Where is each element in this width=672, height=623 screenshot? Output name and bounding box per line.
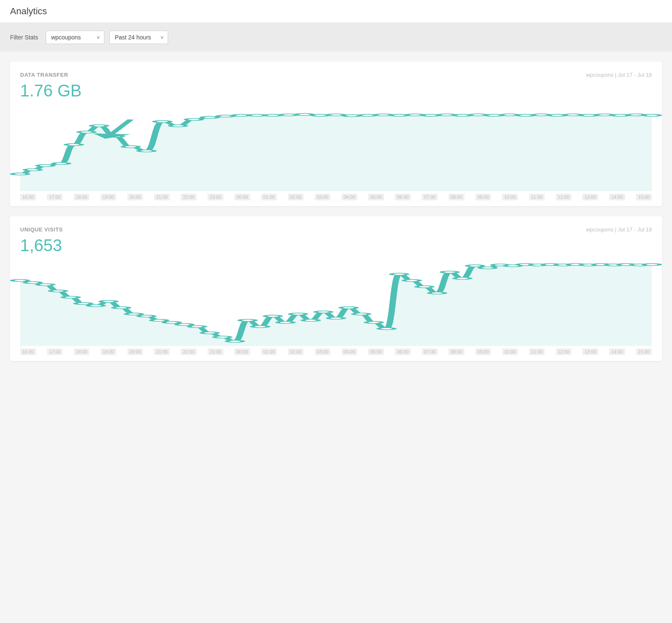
svg-point-15 (218, 115, 234, 117)
svg-point-35 (533, 114, 549, 116)
svg-point-55 (151, 319, 167, 322)
chart-xaxis-label: 12:00 (556, 194, 572, 200)
svg-point-49 (75, 303, 91, 305)
svg-point-60 (214, 336, 230, 338)
svg-point-63 (252, 326, 268, 328)
svg-point-4 (53, 163, 69, 165)
chart-xaxis-label: 00:00 (234, 348, 250, 355)
svg-point-57 (176, 324, 192, 326)
svg-point-94 (644, 264, 660, 266)
chart-xaxis-label: 10:00 (502, 348, 518, 355)
chart-xaxis-data-transfer: 16:0017:0018:0019:0020:0021:0022:0023:00… (20, 191, 652, 206)
chart-xaxis-label: 21:00 (154, 194, 170, 200)
svg-point-19 (281, 114, 297, 116)
chart-svg-unique-visits (20, 262, 652, 345)
svg-point-66 (290, 313, 306, 315)
chart-xaxis-label: 05:00 (368, 348, 384, 355)
svg-point-40 (612, 114, 628, 117)
svg-point-46 (37, 284, 53, 286)
svg-point-6 (78, 131, 94, 133)
svg-point-80 (467, 265, 483, 267)
svg-point-5 (66, 144, 82, 146)
svg-point-78 (442, 271, 458, 273)
svg-point-47 (50, 290, 66, 292)
chart-xaxis-label: 11:00 (529, 348, 545, 355)
chart-xaxis-label: 14:00 (609, 194, 625, 200)
chart-xaxis-label: 03:00 (315, 348, 331, 355)
svg-point-14 (202, 117, 218, 119)
chart-xaxis-label: 13:00 (582, 348, 598, 355)
svg-point-22 (328, 114, 344, 116)
chart-xaxis-label: 05:00 (368, 194, 384, 200)
chart-xaxis-label: 18:00 (74, 348, 90, 355)
svg-point-38 (581, 114, 597, 117)
chart-xaxis-label: 21:00 (154, 348, 170, 355)
svg-point-65 (278, 322, 293, 324)
chart-xaxis-label: 23:00 (208, 194, 223, 200)
chart-xaxis-label: 06:00 (395, 194, 411, 200)
chart-xaxis-label: 06:00 (395, 348, 411, 355)
site-select[interactable]: wpcoupons (46, 31, 104, 44)
chart-header-data-transfer: DATA TRANSFERwpcoupons | Jul 17 - Jul 18 (20, 72, 652, 78)
svg-point-76 (417, 286, 433, 288)
chart-area-data-transfer (20, 107, 652, 191)
chart-xaxis-label: 15:00 (636, 348, 652, 355)
svg-point-9 (123, 146, 139, 148)
svg-point-3 (37, 165, 53, 167)
chart-xaxis-label: 17:00 (47, 194, 63, 200)
filter-label: Filter Stats (10, 34, 38, 41)
chart-xaxis-label: 07:00 (422, 194, 438, 200)
svg-point-25 (376, 114, 392, 116)
chart-xaxis-label: 16:00 (20, 348, 36, 355)
chart-xaxis-label: 15:00 (636, 194, 652, 200)
svg-point-56 (164, 322, 180, 324)
chart-xaxis-label: 13:00 (582, 194, 598, 200)
svg-point-29 (438, 114, 454, 116)
chart-xaxis-label: 22:00 (181, 348, 197, 355)
svg-point-7 (91, 125, 107, 127)
period-select-wrapper: Past 24 hours Past 7 days Past 30 days (109, 31, 168, 44)
chart-xaxis-label: 20:00 (127, 348, 143, 355)
chart-svg-data-transfer (20, 107, 652, 191)
svg-point-59 (202, 332, 218, 334)
chart-xaxis-label: 16:00 (20, 194, 36, 200)
svg-point-21 (312, 114, 328, 117)
svg-point-79 (454, 278, 470, 280)
page-title: Analytics (10, 6, 662, 17)
chart-xaxis-label: 04:00 (342, 194, 358, 200)
chart-xaxis-label: 02:00 (288, 194, 304, 200)
chart-xaxis-label: 11:00 (529, 194, 545, 200)
chart-xaxis-label: 08:00 (449, 194, 464, 200)
svg-point-24 (360, 114, 376, 117)
chart-xaxis-label: 02:00 (288, 348, 304, 355)
chart-xaxis-label: 07:00 (422, 348, 438, 355)
svg-point-36 (549, 114, 565, 117)
period-select[interactable]: Past 24 hours Past 7 days Past 30 days (109, 31, 168, 44)
svg-point-58 (189, 326, 205, 328)
chart-xaxis-label: 22:00 (181, 194, 197, 200)
chart-xaxis-label: 08:00 (449, 348, 464, 355)
svg-point-68 (316, 311, 332, 313)
svg-point-73 (379, 328, 394, 330)
svg-point-23 (344, 115, 360, 117)
svg-point-69 (328, 317, 344, 319)
svg-point-50 (88, 305, 104, 307)
chart-xaxis-label: 19:00 (101, 194, 117, 200)
svg-point-12 (170, 125, 186, 127)
svg-line-43 (109, 119, 131, 136)
svg-point-30 (454, 114, 470, 117)
filter-bar: Filter Stats wpcoupons Past 24 hours Pas… (0, 23, 672, 52)
svg-point-42 (644, 114, 660, 117)
svg-point-28 (423, 114, 439, 117)
svg-point-13 (186, 119, 202, 121)
chart-header-unique-visits: UNIQUE VISITSwpcoupons | Jul 17 - Jul 18 (20, 226, 652, 233)
main-content: DATA TRANSFERwpcoupons | Jul 17 - Jul 18… (0, 52, 672, 381)
chart-xaxis-label: 14:00 (609, 348, 625, 355)
svg-point-53 (126, 313, 142, 315)
site-select-wrapper: wpcoupons (46, 31, 104, 44)
chart-title-unique-visits: UNIQUE VISITS (20, 226, 63, 233)
chart-xaxis-label: 09:00 (475, 348, 491, 355)
chart-xaxis-label: 03:00 (315, 194, 331, 200)
svg-point-67 (303, 319, 319, 322)
chart-xaxis-label: 17:00 (47, 348, 63, 355)
